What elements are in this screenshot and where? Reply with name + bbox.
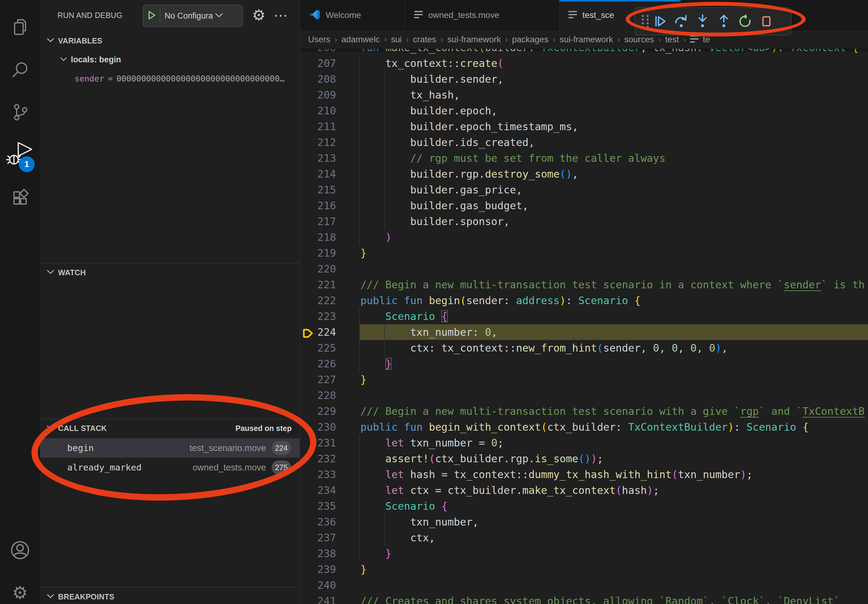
- watch-section-header[interactable]: WATCH: [40, 264, 299, 281]
- code-line[interactable]: 227}: [300, 372, 868, 387]
- code-line[interactable]: 232 assert!(ctx_builder.rgp.is_some());: [300, 451, 868, 466]
- code-editor[interactable]: 206fun make_tx_context(builder: TxContex…: [300, 49, 868, 604]
- config-label: No Configura: [164, 11, 216, 21]
- stop-button[interactable]: [756, 11, 777, 32]
- breadcrumb-item[interactable]: te: [703, 35, 710, 44]
- code-text: txn_number,: [360, 514, 479, 530]
- call-stack-frame-begin[interactable]: begintest_scenario.move224: [40, 438, 299, 458]
- call-stack-section-header[interactable]: CALL STACK Paused on step: [40, 420, 299, 437]
- debug-settings-button[interactable]: ⚙: [250, 0, 268, 30]
- breadcrumb-item[interactable]: sui: [391, 35, 402, 44]
- breadcrumb-item[interactable]: sui-framework: [447, 35, 501, 44]
- code-line[interactable]: 217 builder.sponsor,: [300, 214, 868, 229]
- activity-item-run-and-debug[interactable]: 1: [0, 139, 40, 172]
- breadcrumb-item[interactable]: crates: [413, 35, 436, 44]
- call-stack-frame-already_marked[interactable]: already_markedowned_tests.move275: [40, 458, 299, 477]
- code-line[interactable]: 240: [300, 577, 868, 593]
- activity-item-account[interactable]: [0, 534, 40, 567]
- code-line[interactable]: 210 builder.epoch,: [300, 103, 868, 119]
- code-line[interactable]: 234 let ctx = ctx_builder.make_tx_contex…: [300, 482, 868, 498]
- code-line[interactable]: 212 builder.ids_created,: [300, 135, 868, 150]
- code-line[interactable]: 221/// Begin a new multi-transaction tes…: [300, 277, 868, 293]
- variables-scope-row[interactable]: locals: begin: [60, 52, 273, 68]
- code-line[interactable]: 214 builder.rgp.destroy_some(),: [300, 166, 868, 182]
- indent-guide: [359, 324, 360, 340]
- breadcrumb-item[interactable]: packages: [512, 35, 548, 44]
- activity-item-extensions[interactable]: [0, 181, 40, 215]
- line-number: 209: [300, 87, 336, 103]
- code-line[interactable]: 207 tx_context::create(: [300, 55, 868, 71]
- move-file-icon: [414, 11, 423, 19]
- code-line[interactable]: 218 ): [300, 229, 868, 245]
- code-line[interactable]: 226 }: [300, 356, 868, 372]
- breadcrumb-item[interactable]: test: [665, 35, 679, 44]
- activity-item-explorer[interactable]: [0, 11, 40, 44]
- code-line[interactable]: 241/// Creates and shares system objects…: [300, 593, 868, 604]
- code-line[interactable]: 235 Scenario {: [300, 498, 868, 514]
- line-number: 237: [300, 530, 336, 546]
- indent-guide: [359, 498, 360, 514]
- code-line[interactable]: 229/// Begin a new multi-transaction tes…: [300, 403, 868, 419]
- code-line[interactable]: 223 Scenario {: [300, 308, 868, 324]
- code-line[interactable]: 220: [300, 261, 868, 277]
- line-number: 221: [300, 277, 336, 293]
- activity-item-search[interactable]: [0, 54, 40, 87]
- line-number: 235: [300, 498, 336, 514]
- code-line[interactable]: 238 }: [300, 546, 868, 561]
- activity-item-settings[interactable]: ⚙: [0, 576, 40, 604]
- code-line[interactable]: 233 let hash = tx_context::dummy_tx_hash…: [300, 466, 868, 482]
- breadcrumb-item[interactable]: sui-framework: [560, 35, 613, 44]
- activity-item-source-control[interactable]: [0, 96, 40, 130]
- code-line[interactable]: 236 txn_number,: [300, 514, 868, 530]
- step-over-button[interactable]: [671, 11, 691, 32]
- tab-welcome[interactable]: Welcome: [300, 0, 405, 30]
- code-line[interactable]: 222public fun begin(sender: address): Sc…: [300, 293, 868, 308]
- code-line[interactable]: 216 builder.gas_budget,: [300, 198, 868, 214]
- code-line[interactable]: 213 // rgp must be set from the caller a…: [300, 150, 868, 166]
- variable-row-sender[interactable]: sender = 0000000000000000000000000000000…: [74, 71, 297, 87]
- variables-section-header[interactable]: VARIABLES: [40, 32, 299, 49]
- code-line[interactable]: 208 builder.sender,: [300, 71, 868, 87]
- code-line[interactable]: 237 ctx,: [300, 530, 868, 546]
- code-line[interactable]: 231 let txn_number = 0;: [300, 435, 868, 451]
- restart-button[interactable]: [735, 11, 755, 32]
- gear-icon: ⚙: [12, 584, 28, 602]
- code-text: txn_number: 0,: [360, 324, 497, 340]
- code-line[interactable]: 239}: [300, 561, 868, 577]
- tab-label: test_sce: [583, 10, 614, 20]
- tab-owned-tests-move[interactable]: owned_tests.move: [405, 0, 559, 30]
- code-line[interactable]: 209 tx_hash,: [300, 87, 868, 103]
- breadcrumb-item[interactable]: adamwelc: [341, 35, 380, 44]
- debug-config-dropdown[interactable]: No Configura: [143, 5, 243, 27]
- line-number: 216: [300, 198, 336, 214]
- line-number: 225: [300, 340, 336, 356]
- step-into-button[interactable]: [692, 11, 713, 32]
- tab-label: Welcome: [326, 10, 361, 20]
- code-line[interactable]: 230public fun begin_with_context(ctx_bui…: [300, 419, 868, 435]
- code-line[interactable]: 215 builder.gas_price,: [300, 182, 868, 198]
- code-line[interactable]: 219}: [300, 245, 868, 261]
- variable-name: sender: [74, 74, 104, 83]
- views-more-actions-button[interactable]: ⋯: [271, 0, 290, 30]
- code-line[interactable]: 224 txn_number: 0,: [300, 324, 868, 340]
- breadcrumb-item[interactable]: Users: [308, 35, 330, 44]
- account-icon: [10, 540, 30, 562]
- step-out-button[interactable]: [713, 11, 734, 32]
- code-line[interactable]: 225 ctx: tx_context::new_from_hint(sende…: [300, 340, 868, 356]
- code-line[interactable]: 211 builder.epoch_timestamp_ms,: [300, 119, 868, 135]
- tab-label: owned_tests.move: [428, 10, 499, 20]
- line-number: 234: [300, 482, 336, 498]
- gripper-icon[interactable]: [642, 15, 649, 28]
- indent-guide: [359, 87, 360, 103]
- run-and-debug-sidebar: RUN AND DEBUG No Configura ⚙ ⋯ VARIABLES: [40, 0, 299, 604]
- continue-button[interactable]: [649, 11, 670, 32]
- breadcrumb-separator: ›: [683, 35, 686, 44]
- indent-guide: [359, 530, 360, 546]
- breakpoints-section-header[interactable]: BREAKPOINTS: [40, 588, 299, 604]
- line-number: 210: [300, 103, 336, 119]
- breadcrumb-item[interactable]: sources: [624, 35, 654, 44]
- extensions-icon: [10, 187, 30, 208]
- start-debug-icon[interactable]: [147, 10, 156, 21]
- code-line[interactable]: 228: [300, 387, 868, 403]
- breadcrumb-separator: ›: [440, 35, 443, 44]
